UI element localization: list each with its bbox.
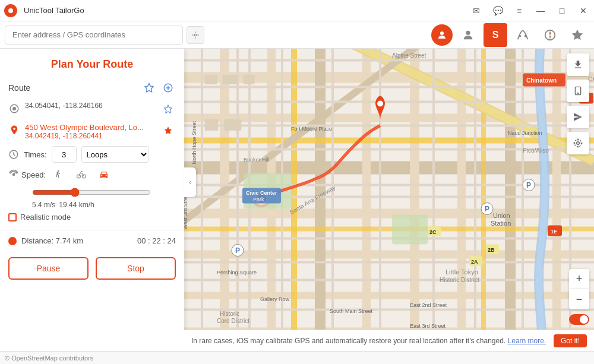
logo-circle [4, 4, 17, 17]
minimize-btn[interactable]: — [530, 0, 551, 21]
svg-rect-41 [552, 49, 561, 351]
svg-point-18 [13, 107, 16, 110]
svg-text:1E: 1E [551, 229, 557, 235]
svg-rect-43 [184, 227, 594, 232]
svg-text:Core District: Core District [217, 318, 249, 324]
svg-text:Pico/Aliso: Pico/Aliso [523, 147, 549, 154]
download-btn[interactable] [567, 53, 589, 76]
loops-select[interactable]: Loops Times Back and forth [81, 146, 149, 163]
svg-text:East 3rd Street: East 3rd Street [410, 323, 446, 329]
start-point: 34.054041, -118.246166 [8, 102, 176, 117]
route-curve-btn[interactable] [511, 23, 535, 47]
svg-point-25 [81, 171, 83, 172]
got-it-btn[interactable]: Got it! [554, 334, 587, 347]
svg-rect-32 [184, 292, 594, 299]
learn-more-link[interactable]: Learn more. [508, 337, 546, 345]
close-btn[interactable]: ✕ [573, 0, 594, 21]
distance-section: Distance: 7.74 km 00 : 22 : 24 [0, 230, 184, 251]
time-text: 00 : 22 : 24 [137, 236, 176, 245]
maximize-btn[interactable]: □ [551, 0, 573, 21]
dest-icon [8, 124, 20, 136]
collapse-panel-btn[interactable]: ‹ [184, 167, 196, 197]
map-toggle-switch[interactable] [569, 314, 589, 325]
svg-text:Historic: Historic [220, 311, 239, 317]
distance-text: Distance: 7.74 km [21, 236, 137, 245]
route-label: Route [8, 83, 30, 93]
bottom-bar: © OpenStreetMap contributors [0, 351, 594, 364]
person-icon-btn[interactable] [456, 23, 480, 47]
walk-icon[interactable] [50, 166, 67, 183]
attribution-text: © OpenStreetMap contributors [5, 354, 93, 362]
svg-text:Park: Park [253, 197, 264, 202]
svg-point-8 [525, 35, 527, 37]
svg-point-22 [13, 174, 15, 176]
svg-text:East 2nd Street: East 2nd Street [410, 302, 447, 308]
phone-btn[interactable] [567, 80, 589, 102]
svg-rect-30 [184, 209, 594, 219]
dest-fav-btn[interactable] [160, 123, 176, 138]
pause-button[interactable]: Pause [8, 257, 89, 280]
zoom-in-btn[interactable]: + [569, 269, 589, 289]
chat-btn[interactable]: 💬 [487, 0, 508, 21]
svg-text:2A: 2A [471, 259, 478, 265]
route-section: Route [0, 75, 184, 230]
svg-rect-73 [205, 120, 218, 131]
star-btn[interactable] [565, 23, 589, 47]
times-label: Times: [24, 150, 47, 159]
svg-text:Naud Junction: Naud Junction [508, 130, 542, 136]
svg-text:Station: Station [491, 220, 511, 227]
search-input[interactable] [12, 30, 178, 39]
svg-rect-74 [225, 120, 241, 131]
svg-point-6 [466, 30, 470, 34]
dest-point-text: 450 West Olympic Boulevard, Lo... 34.042… [25, 123, 156, 140]
route-s-label: S [492, 30, 499, 40]
svg-text:Bunker Hill: Bunker Hill [244, 157, 270, 163]
svg-point-120 [577, 93, 578, 93]
svg-marker-121 [574, 113, 582, 121]
clock-icon [8, 149, 19, 160]
start-fav-btn[interactable] [160, 102, 176, 117]
import-route-btn[interactable] [141, 80, 157, 96]
send-location-btn[interactable] [567, 106, 589, 128]
svg-point-0 [194, 34, 197, 36]
svg-rect-42 [184, 138, 594, 144]
cycle-icon[interactable] [73, 166, 90, 183]
zoom-controls: + − [569, 269, 589, 309]
stop-button[interactable]: Stop [96, 257, 176, 280]
menu-btn[interactable]: ≡ [508, 0, 530, 21]
svg-marker-19 [165, 105, 172, 113]
gps-target-btn[interactable] [567, 132, 589, 154]
svg-point-123 [574, 140, 582, 147]
svg-text:Alpine Street: Alpine Street [392, 52, 426, 59]
times-input[interactable] [52, 146, 77, 163]
svg-text:P: P [526, 181, 531, 189]
action-buttons: Pause Stop [0, 251, 184, 286]
svg-point-77 [377, 101, 383, 107]
speed-label: Speed: [21, 170, 48, 179]
start-point-text: 34.054041, -118.246166 [25, 102, 156, 110]
speed-values: 5.4 m/s 19.44 km/h [32, 201, 176, 209]
svg-rect-40 [505, 49, 516, 351]
realistic-mode-checkbox[interactable] [8, 213, 17, 221]
toggle-switch-container [569, 314, 589, 325]
speed-slider[interactable] [32, 188, 151, 197]
svg-marker-11 [549, 35, 551, 39]
svg-text:P: P [485, 205, 489, 213]
zoom-out-btn[interactable]: − [569, 289, 589, 309]
notification-bar: In rare cases, iOS may calibrate GPS and… [184, 330, 594, 351]
search-location-btn[interactable] [187, 26, 204, 44]
svg-rect-71 [223, 75, 238, 84]
map-area[interactable]: Alpine Street Santa Ana Freeway Union St… [184, 49, 594, 351]
svg-text:Historic District: Historic District [440, 277, 479, 283]
speed-mode-icons [50, 166, 112, 183]
svg-rect-69 [392, 215, 428, 245]
svg-rect-34 [220, 49, 229, 351]
message-btn[interactable]: ✉ [466, 0, 487, 21]
compass-btn[interactable] [538, 23, 562, 47]
speed-slider-section: 5.4 m/s 19.44 km/h [8, 186, 176, 209]
add-waypoint-btn[interactable] [160, 80, 176, 96]
user-avatar-btn[interactable] [431, 24, 453, 46]
route-s-btn[interactable]: S [484, 23, 507, 47]
car-icon[interactable] [96, 166, 112, 183]
svg-point-122 [577, 142, 580, 145]
